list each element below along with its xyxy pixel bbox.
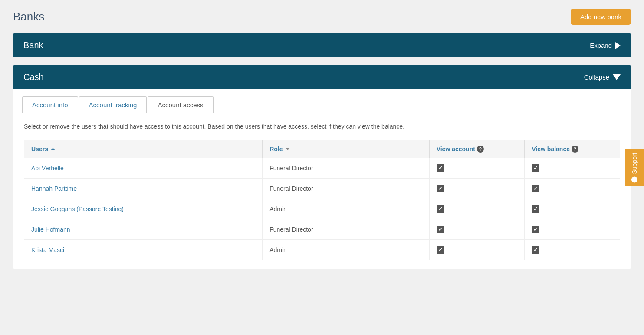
view-balance-cell xyxy=(525,219,620,240)
tab-account-info[interactable]: Account info xyxy=(22,96,78,113)
users-sort-icon xyxy=(51,148,55,150)
view-account-checkbox[interactable] xyxy=(437,205,444,213)
description-text: Select or remove the users that should h… xyxy=(24,122,620,131)
table-row: Jessie Goggans (Passare Testing)Admin xyxy=(24,199,620,219)
user-link[interactable]: Hannah Parttime xyxy=(31,185,77,192)
view-balance-cell xyxy=(525,199,620,219)
table-row: Hannah ParttimeFuneral Director xyxy=(24,179,620,199)
table-body: Abi VerhelleFuneral DirectorHannah Partt… xyxy=(24,158,620,260)
role-cell: Funeral Director xyxy=(263,158,429,179)
table-row: Julie HofmannFuneral Director xyxy=(24,219,620,240)
view-balance-checkbox[interactable] xyxy=(532,164,539,172)
user-cell: Julie Hofmann xyxy=(24,219,263,240)
user-link[interactable]: Jessie Goggans (Passare Testing) xyxy=(31,206,124,212)
cash-section-body: Account info Account tracking Account ac… xyxy=(13,89,631,269)
bank-expand-action[interactable]: Expand xyxy=(590,42,621,49)
cash-section: Cash Collapse Account info Account track… xyxy=(13,65,631,269)
col-header-users[interactable]: Users xyxy=(24,140,263,158)
col-header-role[interactable]: Role xyxy=(263,140,429,158)
view-balance-help-icon[interactable]: ? xyxy=(572,146,578,153)
role-cell: Admin xyxy=(263,240,429,260)
view-account-checkbox[interactable] xyxy=(437,226,444,233)
user-cell: Hannah Parttime xyxy=(24,179,263,199)
sort-up-icon xyxy=(51,148,55,150)
view-account-help-icon[interactable]: ? xyxy=(477,146,484,153)
view-balance-checkbox[interactable] xyxy=(532,185,539,192)
page-header: Banks Add new bank xyxy=(13,9,631,25)
add-bank-button[interactable]: Add new bank xyxy=(571,9,631,25)
table-row: Krista MasciAdmin xyxy=(24,240,620,260)
role-cell: Funeral Director xyxy=(263,219,429,240)
view-balance-checkbox[interactable] xyxy=(532,205,539,213)
bank-expand-label: Expand xyxy=(590,42,612,49)
view-account-cell xyxy=(429,219,525,240)
cash-section-header[interactable]: Cash Collapse xyxy=(13,65,631,89)
view-account-cell xyxy=(429,179,525,199)
view-account-cell xyxy=(429,199,525,219)
col-header-view-account: View account ? xyxy=(429,140,525,158)
cash-collapse-label: Collapse xyxy=(584,73,609,81)
view-balance-checkbox[interactable] xyxy=(532,246,539,254)
page-title: Banks xyxy=(13,10,44,23)
view-balance-cell xyxy=(525,179,620,199)
user-link[interactable]: Julie Hofmann xyxy=(31,226,70,233)
view-balance-cell xyxy=(525,158,620,179)
view-account-checkbox[interactable] xyxy=(437,246,444,254)
role-cell: Funeral Director xyxy=(263,179,429,199)
user-link[interactable]: Abi Verhelle xyxy=(31,165,64,172)
role-cell: Admin xyxy=(263,199,429,219)
bank-section-header[interactable]: Bank Expand xyxy=(13,33,631,57)
view-balance-cell xyxy=(525,240,620,260)
support-button[interactable]: Support xyxy=(625,149,644,186)
tab-account-access[interactable]: Account access xyxy=(148,96,213,113)
tabs-container: Account info Account tracking Account ac… xyxy=(13,89,631,113)
role-sort-icon xyxy=(286,148,290,150)
user-cell: Abi Verhelle xyxy=(24,158,263,179)
tab-account-tracking[interactable]: Account tracking xyxy=(79,96,147,113)
col-header-view-balance: View balance ? xyxy=(525,140,620,158)
cash-section-title: Cash xyxy=(23,72,44,82)
user-link[interactable]: Krista Masci xyxy=(31,246,64,253)
sort-down-icon xyxy=(286,148,290,150)
support-icon xyxy=(631,176,637,182)
view-account-cell xyxy=(429,240,525,260)
cash-collapse-action[interactable]: Collapse xyxy=(584,73,621,81)
collapse-icon xyxy=(613,74,621,80)
view-account-checkbox[interactable] xyxy=(437,185,444,192)
view-account-checkbox[interactable] xyxy=(437,164,444,172)
bank-section-title: Bank xyxy=(23,40,43,50)
user-cell: Jessie Goggans (Passare Testing) xyxy=(24,199,263,219)
view-balance-checkbox[interactable] xyxy=(532,226,539,233)
user-cell: Krista Masci xyxy=(24,240,263,260)
table-header-row: Users Role xyxy=(24,140,620,158)
support-wrapper: Support xyxy=(625,149,644,186)
expand-icon xyxy=(615,42,621,49)
table-row: Abi VerhelleFuneral Director xyxy=(24,158,620,179)
view-account-cell xyxy=(429,158,525,179)
content-area: Select or remove the users that should h… xyxy=(13,113,631,269)
users-table: Users Role xyxy=(24,140,620,260)
bank-section: Bank Expand xyxy=(13,33,631,57)
